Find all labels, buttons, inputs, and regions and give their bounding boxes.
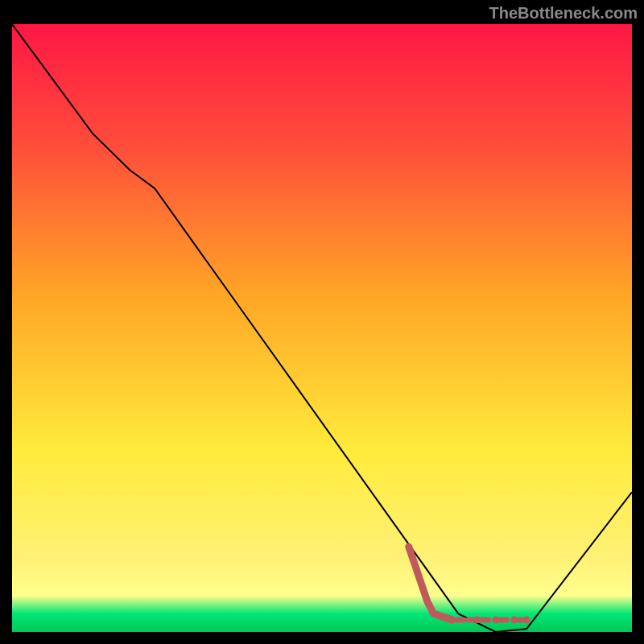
chart-container: TheBottleneck.com — [0, 0, 644, 644]
chart-svg — [12, 24, 632, 632]
plot-area — [12, 24, 632, 632]
watermark-text: TheBottleneck.com — [489, 4, 638, 23]
svg-rect-0 — [12, 24, 632, 632]
